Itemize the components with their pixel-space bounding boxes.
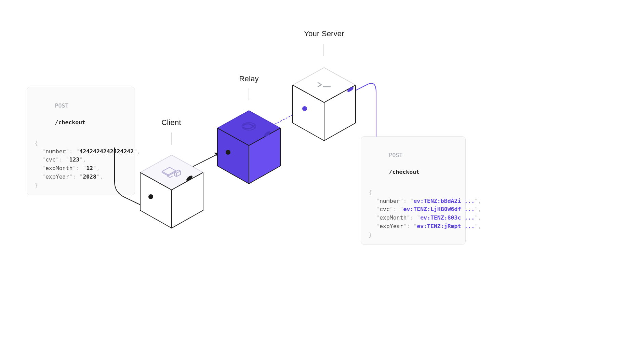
server-in-port-icon <box>302 106 307 111</box>
client-label: Client <box>160 118 183 127</box>
relay-in-port-icon <box>226 150 230 155</box>
relay-cube <box>211 104 287 190</box>
relay-label: Relay <box>239 74 259 83</box>
left-path: /checkout <box>55 119 85 126</box>
right-method: POST <box>389 152 403 158</box>
left-method: POST <box>55 102 69 109</box>
client-tick <box>171 132 172 145</box>
right-code-card: POST /checkout { "number": "ev:TENZ:bBdA… <box>361 136 466 245</box>
relay-tick <box>249 88 249 100</box>
right-path: /checkout <box>389 169 420 175</box>
client-port-icon <box>148 194 153 199</box>
server-tick <box>323 44 324 56</box>
server-cube <box>287 61 362 147</box>
client-cube <box>134 149 209 234</box>
server-label: Your Server <box>302 29 346 38</box>
